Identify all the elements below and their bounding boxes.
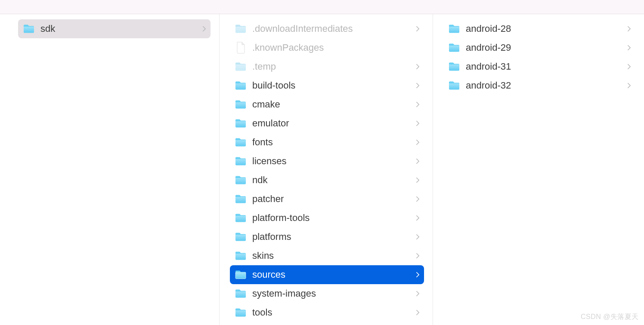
list-item[interactable]: .knownPackages — [230, 38, 424, 57]
chevron-right-icon — [415, 291, 421, 297]
column-2[interactable]: .downloadIntermediates .knownPackages .t… — [220, 14, 433, 325]
list-item[interactable]: skins — [230, 246, 424, 265]
folder-icon — [448, 61, 461, 72]
finder-columns: sdk .downloadIntermediates .knownPackage… — [0, 14, 644, 325]
folder-icon — [234, 212, 247, 224]
list-item[interactable]: .downloadIntermediates — [230, 19, 424, 38]
list-item[interactable]: tools — [230, 303, 424, 322]
folder-icon — [448, 80, 461, 91]
folder-icon — [234, 250, 247, 261]
column-1[interactable]: sdk — [0, 14, 220, 325]
item-label: platform-tools — [247, 212, 415, 224]
folder-icon — [234, 80, 247, 91]
chevron-right-icon — [415, 234, 421, 240]
folder-icon — [234, 231, 247, 242]
item-label: fonts — [247, 137, 415, 148]
folder-icon — [234, 269, 247, 280]
item-label: .temp — [247, 61, 415, 72]
window-toolbar — [0, 0, 644, 14]
list-item[interactable]: patcher — [230, 190, 424, 208]
folder-icon — [234, 156, 247, 167]
list-item[interactable]: .temp — [230, 57, 424, 76]
list-item[interactable]: android-31 — [443, 57, 635, 76]
item-label: .knownPackages — [247, 42, 415, 53]
column-3[interactable]: android-28 android-29 android-31 android… — [433, 14, 644, 325]
chevron-right-icon — [626, 26, 632, 32]
list-item[interactable]: platforms — [230, 227, 424, 246]
item-label: system-images — [247, 288, 415, 299]
chevron-right-icon — [415, 215, 421, 221]
chevron-right-icon — [415, 158, 421, 164]
list-item[interactable]: android-32 — [443, 76, 635, 95]
folder-icon — [234, 99, 247, 110]
folder-icon — [22, 23, 35, 34]
chevron-right-icon — [415, 83, 421, 89]
item-label: android-31 — [461, 61, 626, 72]
chevron-right-icon — [415, 101, 421, 107]
chevron-right-icon — [415, 310, 421, 316]
item-label: skins — [247, 250, 415, 261]
list-item[interactable]: android-29 — [443, 38, 635, 57]
chevron-right-icon — [415, 26, 421, 32]
folder-icon — [234, 118, 247, 129]
list-item[interactable]: build-tools — [230, 76, 424, 95]
item-label: sources — [247, 269, 415, 280]
list-item[interactable]: ndk — [230, 171, 424, 190]
folder-icon — [234, 61, 247, 72]
list-item[interactable]: android-28 — [443, 19, 635, 38]
chevron-right-icon — [415, 139, 421, 145]
item-label: cmake — [247, 99, 415, 110]
list-item[interactable]: sources — [230, 265, 424, 284]
list-item[interactable]: cmake — [230, 95, 424, 114]
item-label: build-tools — [247, 80, 415, 91]
item-label: .downloadIntermediates — [247, 23, 415, 34]
file-icon — [234, 42, 247, 53]
chevron-right-icon — [415, 177, 421, 183]
chevron-right-icon — [415, 64, 421, 70]
chevron-right-icon — [415, 272, 421, 278]
item-label: licenses — [247, 156, 415, 167]
folder-icon — [234, 193, 247, 205]
chevron-right-icon — [201, 26, 207, 32]
folder-icon — [448, 42, 461, 53]
list-item[interactable]: licenses — [230, 152, 424, 171]
item-label: patcher — [247, 193, 415, 205]
chevron-right-icon — [415, 253, 421, 259]
chevron-right-icon — [415, 196, 421, 202]
item-label: ndk — [247, 175, 415, 186]
item-label: android-29 — [461, 42, 626, 53]
list-item[interactable]: platform-tools — [230, 208, 424, 227]
folder-icon — [234, 288, 247, 299]
chevron-right-icon — [626, 64, 632, 70]
chevron-right-icon — [626, 83, 632, 89]
item-label: android-28 — [461, 23, 626, 34]
list-item[interactable]: fonts — [230, 133, 424, 152]
folder-icon — [448, 23, 461, 34]
item-label: tools — [247, 307, 415, 318]
item-label: sdk — [35, 23, 201, 34]
folder-icon — [234, 175, 247, 186]
list-item[interactable]: sdk — [18, 19, 211, 38]
folder-icon — [234, 137, 247, 148]
item-label: platforms — [247, 231, 415, 242]
folder-icon — [234, 307, 247, 318]
item-label: android-32 — [461, 80, 626, 91]
list-item[interactable]: emulator — [230, 114, 424, 133]
list-item[interactable]: system-images — [230, 284, 424, 303]
chevron-right-icon — [626, 45, 632, 51]
item-label: emulator — [247, 118, 415, 129]
chevron-right-icon — [415, 120, 421, 126]
folder-icon — [234, 23, 247, 34]
